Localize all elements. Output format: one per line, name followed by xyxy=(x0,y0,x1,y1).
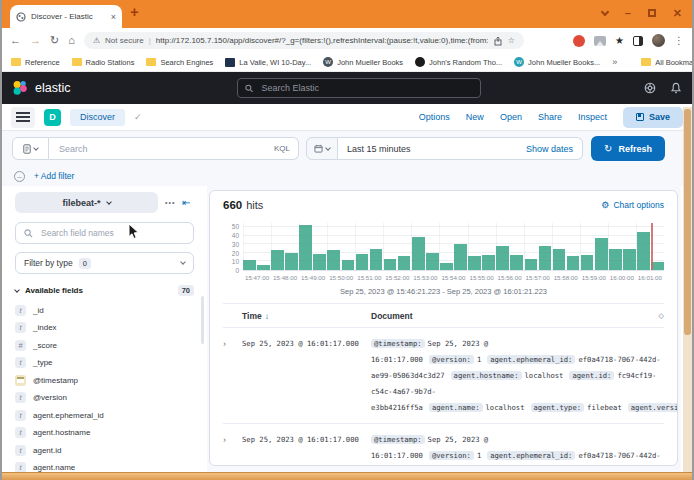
expand-row-icon[interactable]: › xyxy=(223,432,242,466)
histogram-bar[interactable] xyxy=(567,256,580,270)
time-column-header[interactable]: Time ↓ xyxy=(223,311,371,321)
bookmark-item[interactable]: WJohn Mueller Books... xyxy=(514,57,600,67)
extension-image-icon[interactable] xyxy=(594,36,606,46)
bookmark-star-icon[interactable]: ☆ xyxy=(508,36,515,45)
appbar-link-options[interactable]: Options xyxy=(419,112,450,122)
url-text[interactable]: http://172.105.7.150/app/discover#/?_g=(… xyxy=(156,36,488,45)
field-search-input[interactable] xyxy=(39,227,185,239)
gridline xyxy=(243,252,664,253)
share-icon[interactable] xyxy=(493,36,503,46)
histogram-bar[interactable] xyxy=(581,255,594,270)
extension-shield-icon[interactable] xyxy=(573,35,585,47)
wp-teal-favicon-icon: W xyxy=(514,57,524,67)
table-row[interactable]: ›Sep 25, 2023 @ 16:01:17.000@timestamp:S… xyxy=(223,328,664,424)
field-item[interactable]: tagent.id xyxy=(15,445,194,456)
time-range-picker[interactable]: Last 15 minutes Show dates xyxy=(338,137,583,160)
histogram-bar[interactable] xyxy=(257,265,270,270)
tab-close-icon[interactable]: × xyxy=(111,12,116,22)
saved-query-menu-button[interactable] xyxy=(12,137,49,160)
global-search-input[interactable] xyxy=(259,82,473,94)
time-range-value[interactable]: Last 15 minutes xyxy=(347,144,411,154)
chart-options-button[interactable]: ⚙ Chart options xyxy=(601,200,664,210)
histogram-bar[interactable] xyxy=(651,262,664,270)
histogram-bar[interactable] xyxy=(299,225,312,270)
page-scrollbar-thumb[interactable] xyxy=(684,109,691,335)
filter-by-type-select[interactable]: Filter by type 0 xyxy=(15,252,194,274)
kql-label[interactable]: KQL xyxy=(274,144,290,153)
field-item[interactable]: @timestamp xyxy=(15,375,194,386)
query-search-input[interactable] xyxy=(57,143,274,155)
sidebar-scrollbar[interactable] xyxy=(201,296,204,344)
histogram-bar[interactable] xyxy=(468,256,481,270)
histogram-bar[interactable] xyxy=(454,244,467,270)
appbar-link-inspect[interactable]: Inspect xyxy=(578,112,607,122)
query-search-box[interactable]: KQL xyxy=(49,137,299,160)
histogram-bar[interactable] xyxy=(482,255,495,270)
filter-options-icon[interactable]: – xyxy=(14,171,25,182)
table-row[interactable]: ›Sep 25, 2023 @ 16:01:17.000@timestamp:S… xyxy=(223,424,664,466)
histogram-bar[interactable] xyxy=(510,255,523,270)
appbar-link-open[interactable]: Open xyxy=(500,112,522,122)
new-tab-icon[interactable]: + xyxy=(130,3,139,20)
field-search-box[interactable] xyxy=(15,222,194,244)
histogram-bar[interactable] xyxy=(412,237,425,270)
field-item[interactable]: tagent.hostname xyxy=(15,428,194,439)
collapse-sidebar-icon[interactable]: ⇤ xyxy=(182,197,190,208)
all-bookmarks-button[interactable]: All Bookmarks xyxy=(641,58,694,67)
home-icon[interactable]: ⌂ xyxy=(68,35,75,46)
bookmark-item[interactable]: La Valle, WI 10-Day... xyxy=(225,58,311,67)
show-dates-link[interactable]: Show dates xyxy=(526,144,573,154)
index-options-icon[interactable]: ••• xyxy=(165,199,175,206)
bookmark-item[interactable]: Search Engines xyxy=(146,58,213,67)
window-maximize-icon[interactable] xyxy=(648,9,656,17)
field-item[interactable]: tagent.ephemeral_id xyxy=(15,410,194,421)
appbar-link-new[interactable]: New xyxy=(466,112,484,122)
table-fullscreen-icon[interactable]: ◇ xyxy=(659,312,664,320)
nav-menu-icon[interactable] xyxy=(11,107,35,128)
browser-tab[interactable]: Discover - Elastic × xyxy=(10,5,122,28)
add-filter-link[interactable]: + Add filter xyxy=(34,171,74,181)
back-icon[interactable]: ← xyxy=(10,35,21,46)
save-button[interactable]: Save xyxy=(623,107,683,128)
index-pattern-picker[interactable]: filebeat-* xyxy=(15,192,158,213)
window-minimize-icon[interactable]: – xyxy=(625,7,631,19)
window-close-icon[interactable]: ✕ xyxy=(673,7,682,20)
quick-select-time-button[interactable] xyxy=(306,137,338,160)
breadcrumb-discover[interactable]: Discover xyxy=(70,109,125,126)
sort-descending-icon[interactable]: ↓ xyxy=(265,311,269,321)
browser-menu-icon[interactable]: ⋮ xyxy=(674,35,684,46)
bookmark-item[interactable]: John's Random Tho... xyxy=(415,57,502,67)
field-item[interactable]: t_index xyxy=(15,323,194,334)
histogram-bar[interactable] xyxy=(539,246,552,270)
page-scrollbar[interactable] xyxy=(683,107,692,472)
pinned-extension-icon[interactable]: ★ xyxy=(615,36,624,46)
available-fields-header[interactable]: Available fields 70 xyxy=(15,285,194,296)
refresh-icon[interactable]: ↻ xyxy=(50,35,59,46)
histogram-bar[interactable] xyxy=(356,254,369,270)
alerts-bell-icon[interactable] xyxy=(670,82,682,94)
appbar-link-share[interactable]: Share xyxy=(538,112,562,122)
space-badge[interactable]: D xyxy=(44,109,61,126)
side-panel-icon[interactable] xyxy=(633,36,643,46)
bookmark-item[interactable]: Radio Stations xyxy=(72,58,135,67)
forward-icon[interactable]: → xyxy=(30,35,41,46)
histogram-bar[interactable] xyxy=(313,254,326,270)
bookmark-item[interactable]: Reference xyxy=(11,58,60,67)
window-chevron-icon[interactable] xyxy=(600,7,608,15)
bookmark-item[interactable]: WJohn Mueller Books xyxy=(323,57,403,67)
expand-row-icon[interactable]: › xyxy=(223,336,242,416)
field-item[interactable]: #_score xyxy=(15,340,194,351)
histogram-bar[interactable] xyxy=(398,256,411,270)
profile-avatar[interactable] xyxy=(652,34,665,47)
global-search-box[interactable] xyxy=(237,78,481,98)
field-item[interactable]: t_id xyxy=(15,305,194,316)
field-item[interactable]: t_type xyxy=(15,358,194,369)
histogram-bar[interactable] xyxy=(496,246,509,270)
field-item[interactable]: t@version xyxy=(15,393,194,404)
refresh-button[interactable]: ↻ Refresh xyxy=(591,136,665,161)
help-icon[interactable] xyxy=(644,82,656,94)
bookmarks-overflow-icon[interactable]: » xyxy=(612,57,617,67)
url-bar[interactable]: ⚠ Not secure | http://172.105.7.150/app/… xyxy=(84,32,524,49)
not-secure-label[interactable]: Not secure xyxy=(105,36,144,45)
histogram-bar[interactable] xyxy=(440,263,453,270)
